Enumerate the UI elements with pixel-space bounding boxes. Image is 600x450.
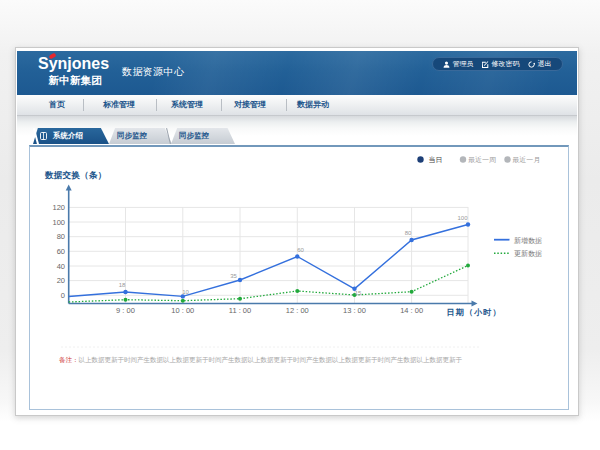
- svg-text:数据交换（条）: 数据交换（条）: [44, 170, 107, 180]
- svg-text:100: 100: [52, 218, 65, 227]
- svg-text:80: 80: [405, 230, 412, 236]
- svg-text:35: 35: [230, 273, 237, 279]
- svg-text:备注：以上数据更新于时间产生数据以上数据更新于时间产生数据以: 备注：以上数据更新于时间产生数据以上数据更新于时间产生数据以上数据更新于时间产生…: [59, 356, 463, 364]
- svg-text:13 : 00: 13 : 00: [343, 306, 366, 315]
- svg-text:新增数据: 新增数据: [514, 236, 542, 245]
- svg-text:40: 40: [57, 262, 65, 271]
- svg-text:最近一月: 最近一月: [512, 156, 540, 164]
- svg-text:当日: 当日: [429, 156, 443, 164]
- svg-text:0: 0: [61, 291, 65, 300]
- svg-text:11 : 00: 11 : 00: [229, 306, 251, 315]
- svg-text:12 : 00: 12 : 00: [286, 306, 309, 315]
- svg-text:9 : 00: 9 : 00: [116, 306, 135, 315]
- svg-text:120: 120: [52, 203, 65, 212]
- svg-text:10 : 00: 10 : 00: [171, 306, 194, 315]
- svg-text:14 : 00: 14 : 00: [400, 306, 423, 315]
- svg-text:60: 60: [57, 247, 65, 256]
- svg-text:60: 60: [297, 247, 304, 253]
- svg-text:15: 15: [355, 290, 362, 296]
- svg-text:10: 10: [182, 289, 189, 295]
- svg-text:18: 18: [119, 282, 126, 288]
- svg-text:最近一周: 最近一周: [468, 156, 496, 163]
- svg-text:更新数据: 更新数据: [514, 249, 542, 258]
- svg-text:20: 20: [57, 276, 65, 285]
- svg-text:80: 80: [57, 232, 65, 241]
- svg-text:日期（小时）: 日期（小时）: [447, 308, 502, 317]
- svg-text:100: 100: [457, 215, 468, 221]
